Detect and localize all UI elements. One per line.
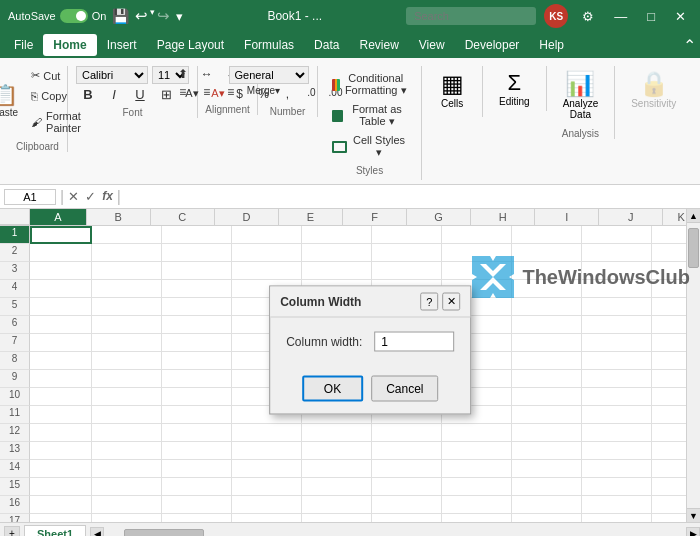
percent-button[interactable]: % <box>253 86 275 102</box>
cell[interactable] <box>92 316 162 334</box>
cell[interactable] <box>162 298 232 316</box>
cell-reference-input[interactable] <box>4 189 56 205</box>
cell[interactable] <box>442 442 512 460</box>
cell[interactable] <box>582 460 652 478</box>
cell[interactable] <box>30 352 92 370</box>
editing-button[interactable]: Σ Editing <box>491 66 538 111</box>
cell[interactable] <box>30 406 92 424</box>
cell[interactable] <box>92 352 162 370</box>
cell[interactable] <box>302 244 372 262</box>
align-left-button[interactable]: ≡ <box>172 84 194 100</box>
dialog-ok-button[interactable]: OK <box>302 375 363 401</box>
cell[interactable] <box>162 424 232 442</box>
cell[interactable] <box>30 334 92 352</box>
cell[interactable] <box>512 334 582 352</box>
cell[interactable] <box>372 226 442 244</box>
cell[interactable] <box>442 460 512 478</box>
cell[interactable] <box>162 370 232 388</box>
cell[interactable] <box>30 496 92 514</box>
cell[interactable] <box>30 478 92 496</box>
cell[interactable] <box>162 334 232 352</box>
col-header-g[interactable]: G <box>407 209 471 225</box>
cell[interactable] <box>92 244 162 262</box>
cell[interactable] <box>92 460 162 478</box>
dialog-close-button[interactable]: ✕ <box>442 292 460 310</box>
align-middle-button[interactable]: ↔ <box>196 66 218 82</box>
cell[interactable] <box>512 496 582 514</box>
sensitivity-button[interactable]: 🔒 Sensitivity <box>623 66 684 113</box>
cell[interactable] <box>92 370 162 388</box>
cell[interactable] <box>232 442 302 460</box>
search-input[interactable] <box>406 7 536 25</box>
cell[interactable] <box>512 370 582 388</box>
cell[interactable] <box>30 316 92 334</box>
cell[interactable] <box>582 478 652 496</box>
menu-data[interactable]: Data <box>304 34 349 56</box>
font-family-select[interactable]: Calibri <box>76 66 148 84</box>
horizontal-scrollbar[interactable]: ◀ ▶ <box>90 527 700 537</box>
cell[interactable] <box>92 388 162 406</box>
row-header[interactable]: 7 <box>0 334 30 352</box>
cell[interactable] <box>372 262 442 280</box>
add-sheet-button[interactable]: + <box>4 526 20 537</box>
menu-review[interactable]: Review <box>349 34 408 56</box>
row-header[interactable]: 5 <box>0 298 30 316</box>
cell[interactable] <box>162 478 232 496</box>
row-header[interactable]: 14 <box>0 460 30 478</box>
cell[interactable] <box>162 388 232 406</box>
sheet1-tab[interactable]: Sheet1 <box>24 525 86 536</box>
cell[interactable] <box>162 244 232 262</box>
menu-view[interactable]: View <box>409 34 455 56</box>
dialog-cancel-button[interactable]: Cancel <box>371 375 438 401</box>
cell[interactable] <box>232 478 302 496</box>
cell[interactable] <box>232 460 302 478</box>
cell[interactable] <box>30 514 92 522</box>
cell[interactable] <box>162 226 232 244</box>
cell[interactable] <box>582 334 652 352</box>
cell[interactable] <box>512 514 582 522</box>
col-header-d[interactable]: D <box>215 209 279 225</box>
ribbon-collapse-icon[interactable]: ⌃ <box>683 36 696 55</box>
cell[interactable] <box>512 226 582 244</box>
cell[interactable] <box>512 352 582 370</box>
cell[interactable] <box>442 496 512 514</box>
cell[interactable] <box>92 280 162 298</box>
cell[interactable] <box>30 424 92 442</box>
cell-styles-button[interactable]: Cell Styles ▾ <box>326 132 413 161</box>
user-avatar[interactable]: KS <box>544 4 568 28</box>
italic-button[interactable]: I <box>102 86 126 103</box>
cell[interactable] <box>302 424 372 442</box>
menu-developer[interactable]: Developer <box>455 34 530 56</box>
col-header-e[interactable]: E <box>279 209 343 225</box>
cell[interactable] <box>232 496 302 514</box>
col-header-b[interactable]: B <box>87 209 151 225</box>
cell[interactable] <box>442 478 512 496</box>
cell[interactable] <box>582 226 652 244</box>
cell[interactable] <box>30 244 92 262</box>
cell[interactable] <box>302 478 372 496</box>
align-center-button[interactable]: ≡ <box>196 84 218 100</box>
cell[interactable] <box>512 406 582 424</box>
format-as-table-button[interactable]: Format as Table ▾ <box>326 101 413 130</box>
cell[interactable] <box>512 298 582 316</box>
maximize-button[interactable]: □ <box>641 7 661 26</box>
cell[interactable] <box>232 244 302 262</box>
row-header[interactable]: 1 <box>0 226 30 244</box>
cell[interactable] <box>92 442 162 460</box>
cell[interactable] <box>92 478 162 496</box>
paste-button[interactable]: 📋 Paste <box>0 82 23 121</box>
row-header[interactable]: 10 <box>0 388 30 406</box>
dialog-help-button[interactable]: ? <box>420 292 438 310</box>
cell[interactable] <box>302 226 372 244</box>
cell[interactable] <box>162 262 232 280</box>
align-top-button[interactable]: ⬆ <box>172 66 194 82</box>
menu-formulas[interactable]: Formulas <box>234 34 304 56</box>
insert-function-icon[interactable]: fx <box>102 189 113 204</box>
cells-button[interactable]: ▦ Cells <box>430 66 474 113</box>
cell[interactable] <box>30 226 92 244</box>
scroll-left-button[interactable]: ◀ <box>90 527 104 537</box>
col-header-h[interactable]: H <box>471 209 535 225</box>
save-icon[interactable]: 💾 <box>112 8 129 24</box>
confirm-formula-icon[interactable]: ✓ <box>85 189 96 204</box>
scroll-up-button[interactable]: ▲ <box>687 209 700 223</box>
